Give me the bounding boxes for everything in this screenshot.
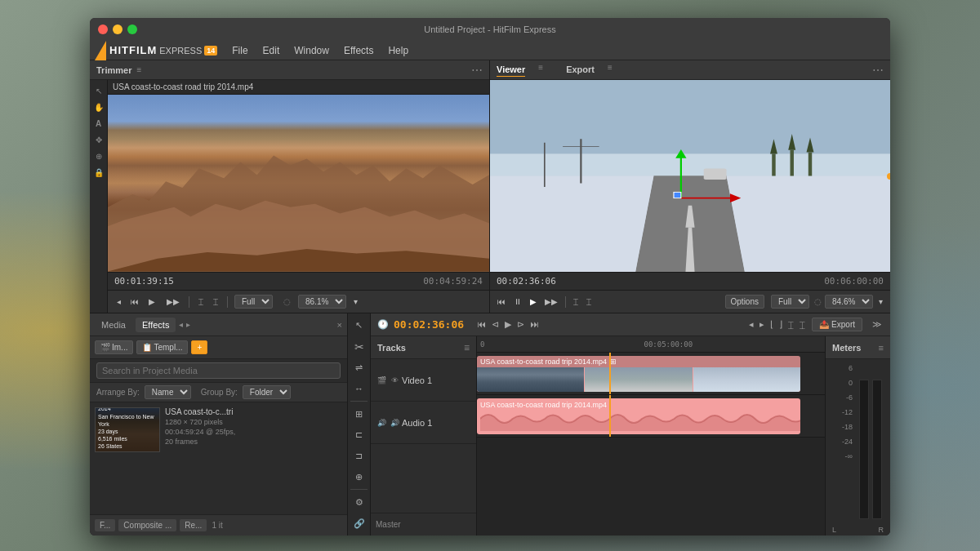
vtool-roll[interactable]: ⊐ [350, 447, 368, 465]
bottom-tab-3[interactable]: Re... [180, 519, 207, 531]
clip-title-bar: USA coast-to-coast road trip 2014.mp4 ⊞ [477, 356, 800, 367]
et-trim-start[interactable]: ⌊ [768, 318, 775, 331]
viewer-out-btn[interactable]: ⌶ [584, 295, 594, 308]
et-prev-frame[interactable]: ⊲ [490, 318, 501, 331]
window-controls [98, 24, 137, 34]
group-select[interactable]: Folder [243, 385, 291, 399]
media-thumbnail: USA coast to coast 2014 San Francisco to… [95, 407, 160, 452]
audio-track-area[interactable]: USA coast-to-coast road trip 2014.mp4 [477, 395, 825, 438]
video-clip[interactable]: USA coast-to-coast road trip 2014.mp4 ⊞ [477, 356, 800, 392]
viewer-zoom-select[interactable]: 84.6% [825, 295, 873, 309]
bottom-tab-2[interactable]: Composite ... [118, 519, 176, 531]
vtool-magnet[interactable]: 🔗 [350, 514, 368, 532]
zoom-select[interactable]: 86.1% [298, 295, 346, 309]
panel-close[interactable]: × [337, 320, 342, 330]
audio-playhead [609, 395, 611, 437]
tab-effects[interactable]: Effects [136, 318, 176, 332]
vtool-pointer[interactable]: ↖ [350, 317, 368, 335]
transport-back-btn[interactable]: ◂ [114, 295, 123, 308]
transport-step-fwd-btn[interactable]: ▶▶ [164, 295, 182, 308]
et-trim-end[interactable]: ⌋ [777, 318, 784, 331]
viewer-options[interactable]: ⋯ [872, 64, 884, 77]
import-btn[interactable]: 🎬 Im... [95, 340, 133, 354]
viewer-in-btn[interactable]: ⌶ [571, 295, 581, 308]
meter-labels: 6 0 -6 -12 -18 -24 -∞ [831, 364, 856, 519]
arrange-select[interactable]: Name [145, 385, 191, 399]
viewer-zoom-icon: ◌ [814, 297, 822, 306]
template-btn[interactable]: 📋 Templ... [136, 340, 188, 354]
bottom-tab-1[interactable]: F... [95, 519, 115, 531]
editor-export-btn[interactable]: 📤 Export [812, 318, 862, 331]
vtool-settings[interactable]: ⚙ [350, 493, 368, 511]
menu-file[interactable]: File [225, 42, 254, 59]
et-next-frame[interactable]: ⊳ [515, 318, 526, 331]
menu-window[interactable]: Window [287, 42, 336, 59]
lock-tool[interactable]: 🔒 [91, 165, 106, 180]
vtool-snap[interactable]: ⊞ [350, 405, 368, 423]
arrange-bar: Arrange By: Name Group By: Folder [90, 383, 347, 402]
viewer-step-fwd-btn[interactable]: ▶▶ [542, 295, 560, 308]
viewer-play-btn[interactable]: ▶ [528, 295, 539, 308]
meter-left-label: L [832, 526, 836, 534]
viewer-zoom-down[interactable]: ▾ [876, 295, 885, 308]
vtool-blade[interactable]: ✂ [350, 338, 368, 356]
trimmer-options[interactable]: ⋯ [471, 64, 483, 77]
transport-step-back-btn[interactable]: ⏮ [128, 295, 141, 308]
meter-bar-left [859, 380, 869, 519]
tab-viewer[interactable]: Viewer [497, 63, 525, 77]
minimize-button[interactable] [113, 24, 122, 34]
transport-play-btn[interactable]: ▶ [146, 295, 158, 308]
timeline-ruler: 0 00:05:00:00 [477, 336, 825, 353]
menu-edit[interactable]: Edit [256, 42, 287, 59]
main-content: Trimmer ≡ ⋯ ↖ ✋ A ✥ ⊕ 🔒 [90, 60, 890, 535]
tab-media[interactable]: Media [95, 318, 132, 332]
transport-in-btn[interactable]: ⌶ [196, 295, 206, 308]
search-input[interactable] [96, 362, 341, 379]
menu-help[interactable]: Help [381, 42, 415, 59]
video-track-area[interactable]: USA coast-to-coast road trip 2014.mp4 ⊞ [477, 353, 825, 395]
tab-next[interactable]: ▸ [186, 320, 190, 329]
vtool-move[interactable]: ↔ [350, 380, 368, 398]
track-eye-btn[interactable]: 👁 [389, 375, 400, 386]
tab-export[interactable]: Export [566, 63, 595, 77]
track-mute-btn[interactable]: 🔊 [389, 417, 400, 429]
hand-tool[interactable]: ✋ [91, 100, 106, 114]
viewer-timecode-in: 00:02:36:06 [497, 276, 556, 287]
editor-timecode[interactable]: 00:02:36:06 [394, 318, 464, 331]
move-tool[interactable]: ✥ [91, 132, 106, 147]
vtool-slip[interactable]: ⇌ [350, 359, 368, 377]
track-row-audio: 🔊 🔊 Audio 1 [371, 402, 476, 444]
et-in[interactable]: ⌶ [786, 318, 795, 331]
meter-label-neg6: -6 [846, 393, 853, 402]
close-button[interactable] [98, 24, 108, 34]
text-tool[interactable]: A [91, 116, 106, 131]
menu-effects[interactable]: Effects [337, 42, 380, 59]
et-back[interactable]: ⏮ [475, 318, 488, 331]
et-frame-fwd[interactable]: ▸ [758, 318, 766, 331]
options-button[interactable]: Options [725, 295, 764, 309]
vtool-ripple[interactable]: ⊏ [350, 426, 368, 444]
maximize-button[interactable] [127, 24, 137, 34]
camera-tool[interactable]: ⊕ [91, 149, 106, 163]
et-out[interactable]: ⌶ [798, 318, 807, 331]
viewer-step-back-btn[interactable]: ⏸ [511, 295, 524, 308]
tracks-menu-icon[interactable]: ≡ [464, 342, 470, 353]
et-fwd[interactable]: ⏭ [528, 318, 541, 331]
media-item-format: 20 frames [165, 438, 342, 446]
vtool-rate[interactable]: ⊕ [350, 469, 368, 487]
pointer-tool[interactable]: ↖ [91, 83, 106, 98]
thumb-line3: 23 days [98, 428, 157, 435]
viewer-quality-select[interactable]: Full [771, 295, 809, 309]
viewer-back-btn[interactable]: ⏮ [495, 295, 508, 308]
audio-clip[interactable]: USA coast-to-coast road trip 2014.mp4 [477, 398, 800, 434]
zoom-down-btn[interactable]: ▾ [351, 295, 360, 308]
quality-select[interactable]: Full [234, 295, 273, 309]
et-play[interactable]: ▶ [503, 318, 513, 331]
et-frame-back[interactable]: ◂ [747, 318, 755, 331]
new-btn[interactable]: + [191, 340, 207, 354]
tab-prev[interactable]: ◂ [179, 320, 183, 329]
meters-menu[interactable]: ≡ [879, 343, 884, 353]
et-more[interactable]: ≫ [871, 318, 884, 331]
transport-out-btn[interactable]: ⌶ [211, 295, 220, 308]
meters-content: 6 0 -6 -12 -18 -24 -∞ [826, 359, 890, 524]
